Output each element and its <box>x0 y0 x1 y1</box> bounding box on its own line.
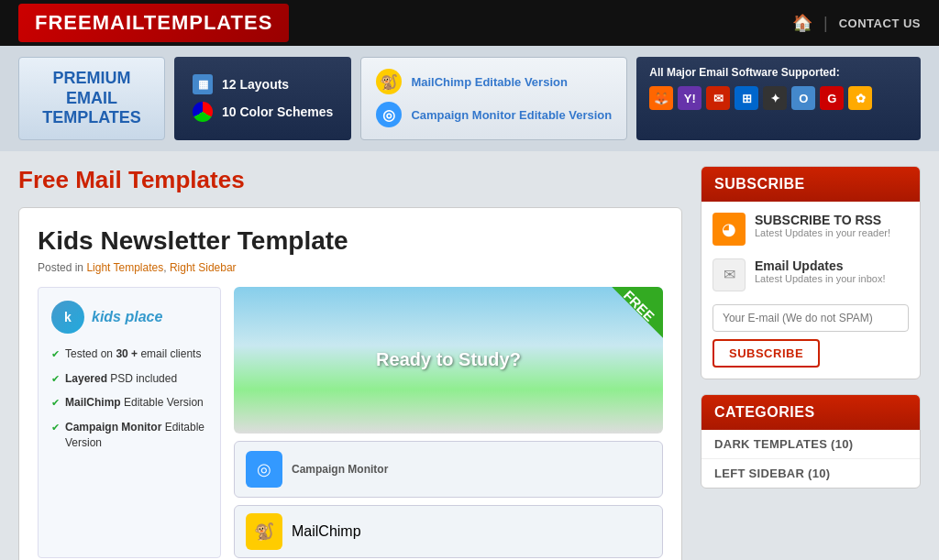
thunderbird-icon: 🦊 <box>649 86 673 110</box>
page-title: Free Mail Templates <box>18 166 682 194</box>
grid-icon: ▦ <box>193 74 213 94</box>
article-title: Kids Newsletter Template <box>38 226 663 256</box>
outlook-icon: O <box>791 86 815 110</box>
check-icon-2: ✔ <box>51 372 60 386</box>
color-item: 10 Color Schemes <box>193 102 333 122</box>
feature-text-4: Campaign Monitor Editable Version <box>65 420 207 451</box>
contact-link[interactable]: CONTACT US <box>839 16 921 30</box>
preview-left: k kids place ✔ Tested on 30 + email clie… <box>38 287 221 558</box>
mailchimp-badge: 🐒 MailChimp <box>234 505 663 558</box>
article-meta: Posted in Light Templates, Right Sidebar <box>38 261 663 274</box>
campaign-label: Campaign Monitor Editable Version <box>411 108 612 122</box>
banner-software: All Major Email Software Supported: 🦊 Y!… <box>636 57 921 140</box>
email-updates-text: Email Updates Latest Updates in your inb… <box>755 258 885 284</box>
subscribe-content: ◕ SUBSCRIBE TO RSS Latest Updates in you… <box>701 202 920 379</box>
mailchimp-item[interactable]: 🐒 MailChimp Editable Version <box>376 69 612 94</box>
preview-headline: Ready to Study? <box>376 349 521 370</box>
campaign-monitor-badge-icon: ◎ <box>246 451 282 488</box>
rss-item: ◕ SUBSCRIBE TO RSS Latest Updates in you… <box>713 213 909 246</box>
hotmail-icon: ✉ <box>706 86 730 110</box>
email-updates-item: ✉ Email Updates Latest Updates in your i… <box>713 258 909 291</box>
banner-layouts: ▦ 12 Layouts 10 Color Schemes <box>174 57 351 140</box>
subscribe-title: SUBSCRIBE <box>701 167 920 202</box>
category-item-dark[interactable]: DARK TEMPLATES (10) <box>701 430 920 459</box>
software-icons: 🦊 Y! ✉ ⊞ ✦ O G ✿ <box>649 86 908 110</box>
banner-premium-text: PREMIUMEMAILTEMPLATES <box>42 69 141 128</box>
campaign-item[interactable]: ◎ Campaign Monitor Editable Version <box>376 102 612 127</box>
tag2-link[interactable]: Right Sidebar <box>170 261 237 274</box>
check-icon-1: ✔ <box>51 347 60 361</box>
check-icon-4: ✔ <box>51 421 60 434</box>
banner-premium: PREMIUMEMAILTEMPLATES <box>18 57 165 140</box>
gmail-icon: G <box>820 86 844 110</box>
email-sub-icon: ✉ <box>713 258 746 291</box>
tag1-link[interactable]: Light Templates <box>86 261 163 274</box>
feature-item-4: ✔ Campaign Monitor Editable Version <box>51 420 207 451</box>
feature-text-2: Layered PSD included <box>65 371 177 387</box>
apple-icon: ✦ <box>763 86 787 110</box>
main: Free Mail Templates Kids Newsletter Temp… <box>0 151 939 560</box>
home-icon[interactable]: 🏠 <box>792 13 812 33</box>
article-preview: k kids place ✔ Tested on 30 + email clie… <box>38 287 663 558</box>
rss-text: SUBSCRIBE TO RSS Latest Updates in your … <box>755 213 890 238</box>
layouts-item: ▦ 12 Layouts <box>193 74 333 94</box>
categories-section: CATEGORIES DARK TEMPLATES (10) LEFT SIDE… <box>701 394 921 489</box>
logo-text: FREEMAILTEMPLATES <box>35 11 272 34</box>
preview-right: Ready to Study? FREE ◎ Campaign Monitor … <box>234 287 663 558</box>
logo-area[interactable]: FREEMAILTEMPLATES <box>18 4 289 42</box>
feature-item-3: ✔ MailChimp Editable Version <box>51 395 207 411</box>
email-updates-sub: Latest Updates in your inbox! <box>755 273 885 284</box>
email-input[interactable] <box>713 304 909 332</box>
content-area: Free Mail Templates Kids Newsletter Temp… <box>18 166 682 560</box>
feature-text-1: Tested on 30 + email clients <box>65 346 201 362</box>
color-icon <box>193 102 213 122</box>
campaign-badge-text: Campaign Monitor <box>292 463 388 476</box>
header-nav: 🏠 | CONTACT US <box>792 13 921 33</box>
layouts-label: 12 Layouts <box>222 77 289 92</box>
banner-editable: 🐒 MailChimp Editable Version ◎ Campaign … <box>360 57 627 140</box>
categories-title: CATEGORIES <box>701 395 920 430</box>
rss-sub: Latest Updates in your reader! <box>755 227 890 238</box>
mailchimp-badge-text: MailChimp <box>292 523 361 540</box>
mailchimp-badge-icon: 🐒 <box>246 513 282 550</box>
category-item-left[interactable]: LEFT SIDEBAR (10) <box>701 459 920 488</box>
banner: PREMIUMEMAILTEMPLATES ▦ 12 Layouts 10 Co… <box>0 46 939 151</box>
windows-icon: ⊞ <box>735 86 758 110</box>
article-card: Kids Newsletter Template Posted in Light… <box>18 207 682 560</box>
rss-icon: ◕ <box>713 213 746 246</box>
feature-item-2: ✔ Layered PSD included <box>51 371 207 387</box>
campaign-badge: ◎ Campaign Monitor <box>234 441 663 498</box>
check-icon-3: ✔ <box>51 396 60 410</box>
mailchimp-icon: 🐒 <box>376 69 402 94</box>
sidebar: SUBSCRIBE ◕ SUBSCRIBE TO RSS Latest Upda… <box>701 166 921 560</box>
mailchimp-label: MailChimp Editable Version <box>411 75 567 89</box>
meta-prefix: Posted in <box>38 261 83 274</box>
kids-logo-icon: k <box>51 301 84 334</box>
subscribe-section: SUBSCRIBE ◕ SUBSCRIBE TO RSS Latest Upda… <box>701 166 921 379</box>
color-label: 10 Color Schemes <box>222 104 333 119</box>
rss-title: SUBSCRIBE TO RSS <box>755 213 890 227</box>
yahoo-icon: Y! <box>678 86 701 110</box>
banner-software-title: All Major Email Software Supported: <box>649 66 908 79</box>
categories-list: DARK TEMPLATES (10) LEFT SIDEBAR (10) <box>701 430 920 488</box>
newsletter-preview-img: Ready to Study? FREE <box>234 287 663 434</box>
feature-item-1: ✔ Tested on 30 + email clients <box>51 346 207 362</box>
email-updates-title: Email Updates <box>755 258 885 273</box>
subscribe-button[interactable]: SUBSCRIBE <box>713 339 820 368</box>
feature-text-3: MailChimp Editable Version <box>65 395 204 411</box>
kids-brand-text: kids place <box>92 309 162 325</box>
header-divider: | <box>823 14 828 33</box>
header: FREEMAILTEMPLATES 🏠 | CONTACT US <box>0 0 939 46</box>
campaign-icon: ◎ <box>376 102 402 127</box>
lotus-icon: ✿ <box>848 86 872 110</box>
kids-logo: k kids place <box>51 301 207 334</box>
